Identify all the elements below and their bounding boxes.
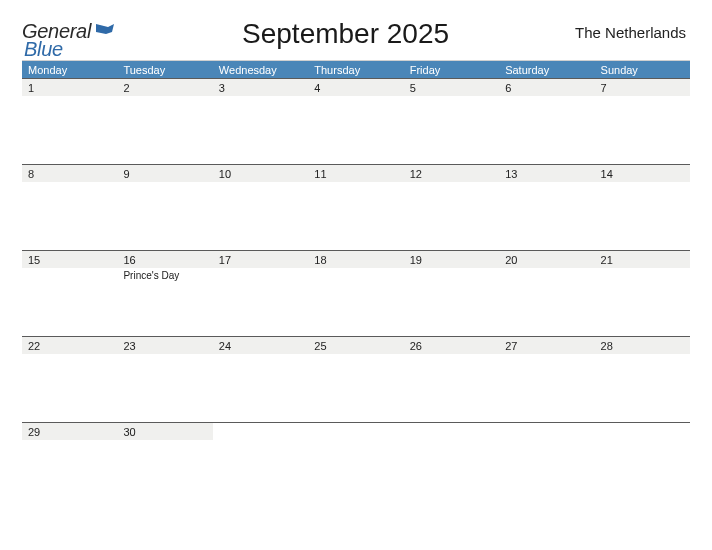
day-number: 10 — [213, 164, 308, 182]
week-row: 22232425262728 — [22, 336, 690, 422]
calendar: Monday Tuesday Wednesday Thursday Friday… — [22, 60, 690, 508]
day-cell — [308, 422, 403, 508]
day-cell: 29 — [22, 422, 117, 508]
day-number: 22 — [22, 336, 117, 354]
day-number — [213, 422, 308, 440]
day-number: 26 — [404, 336, 499, 354]
day-number: 11 — [308, 164, 403, 182]
day-number: 6 — [499, 78, 594, 96]
day-number: 27 — [499, 336, 594, 354]
day-cell: 8 — [22, 164, 117, 250]
day-number — [404, 422, 499, 440]
flag-icon — [96, 24, 116, 40]
page-title: September 2025 — [116, 18, 575, 50]
day-cell: 30 — [117, 422, 212, 508]
day-number: 7 — [595, 78, 690, 96]
weekday: Saturday — [499, 61, 594, 78]
weekday: Sunday — [595, 61, 690, 78]
weeks-container: 12345678910111213141516Prince's Day17181… — [22, 78, 690, 508]
day-number: 13 — [499, 164, 594, 182]
weekday: Tuesday — [117, 61, 212, 78]
day-number: 16 — [117, 250, 212, 268]
day-cell — [404, 422, 499, 508]
day-cell: 27 — [499, 336, 594, 422]
day-cell: 13 — [499, 164, 594, 250]
day-cell: 3 — [213, 78, 308, 164]
day-cell: 6 — [499, 78, 594, 164]
day-number: 17 — [213, 250, 308, 268]
day-cell: 16Prince's Day — [117, 250, 212, 336]
day-cell: 7 — [595, 78, 690, 164]
day-number: 21 — [595, 250, 690, 268]
day-cell: 5 — [404, 78, 499, 164]
day-cell: 20 — [499, 250, 594, 336]
weekday-header: Monday Tuesday Wednesday Thursday Friday… — [22, 60, 690, 78]
day-cell: 21 — [595, 250, 690, 336]
day-cell — [213, 422, 308, 508]
day-number — [499, 422, 594, 440]
day-cell: 22 — [22, 336, 117, 422]
day-number: 30 — [117, 422, 212, 440]
header: General Blue September 2025 The Netherla… — [22, 18, 690, 50]
day-cell: 18 — [308, 250, 403, 336]
day-cell: 19 — [404, 250, 499, 336]
week-row: 2930 — [22, 422, 690, 508]
weekday: Thursday — [308, 61, 403, 78]
day-cell: 12 — [404, 164, 499, 250]
day-number: 15 — [22, 250, 117, 268]
day-number: 2 — [117, 78, 212, 96]
brand-part2: Blue — [24, 38, 63, 61]
day-number: 14 — [595, 164, 690, 182]
day-number: 5 — [404, 78, 499, 96]
day-number: 23 — [117, 336, 212, 354]
day-cell: 2 — [117, 78, 212, 164]
day-cell: 28 — [595, 336, 690, 422]
day-cell: 9 — [117, 164, 212, 250]
day-cell: 10 — [213, 164, 308, 250]
day-number: 28 — [595, 336, 690, 354]
day-cell: 17 — [213, 250, 308, 336]
day-cell: 25 — [308, 336, 403, 422]
region-label: The Netherlands — [575, 24, 686, 41]
day-number: 20 — [499, 250, 594, 268]
day-cell: 23 — [117, 336, 212, 422]
day-number: 9 — [117, 164, 212, 182]
weekday: Monday — [22, 61, 117, 78]
week-row: 891011121314 — [22, 164, 690, 250]
day-note: Prince's Day — [117, 268, 212, 283]
day-cell: 24 — [213, 336, 308, 422]
week-row: 1516Prince's Day1718192021 — [22, 250, 690, 336]
day-number — [308, 422, 403, 440]
day-cell — [595, 422, 690, 508]
day-cell: 14 — [595, 164, 690, 250]
week-row: 1234567 — [22, 78, 690, 164]
day-number: 25 — [308, 336, 403, 354]
day-number: 3 — [213, 78, 308, 96]
day-cell: 1 — [22, 78, 117, 164]
day-number: 24 — [213, 336, 308, 354]
weekday: Wednesday — [213, 61, 308, 78]
day-number: 19 — [404, 250, 499, 268]
day-number: 1 — [22, 78, 117, 96]
day-number: 4 — [308, 78, 403, 96]
day-number: 12 — [404, 164, 499, 182]
day-cell: 4 — [308, 78, 403, 164]
day-cell: 26 — [404, 336, 499, 422]
day-cell: 11 — [308, 164, 403, 250]
day-number: 18 — [308, 250, 403, 268]
day-number — [595, 422, 690, 440]
weekday: Friday — [404, 61, 499, 78]
day-number: 8 — [22, 164, 117, 182]
day-cell: 15 — [22, 250, 117, 336]
day-cell — [499, 422, 594, 508]
day-number: 29 — [22, 422, 117, 440]
